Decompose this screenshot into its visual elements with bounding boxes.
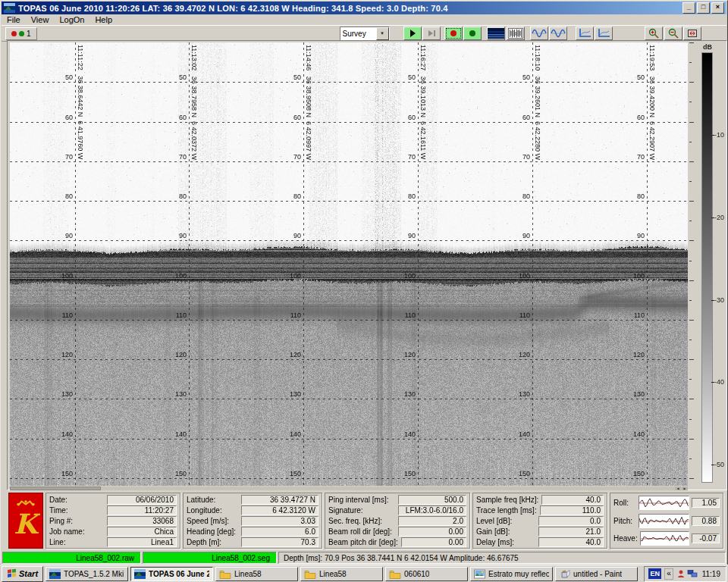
user-status-icon[interactable] (676, 569, 686, 578)
depth-tick-label: 80 (287, 192, 301, 200)
mode-select[interactable]: Survey ▼ (340, 27, 390, 41)
field-value: 21.0 (538, 527, 604, 537)
menu-logon[interactable]: LogOn (54, 15, 89, 24)
start-button[interactable]: Start (2, 566, 43, 582)
taskbar-task-060610[interactable]: 060610 (385, 567, 468, 581)
depth-tick-label: 120 (59, 351, 73, 358)
taskbar: Start TOPAS_1.5.2 MkiTOPAS 06 June 2...L… (0, 565, 728, 582)
depth-tick-label: 70 (173, 153, 187, 161)
depth-tick-label: 130 (631, 390, 645, 398)
menu-file[interactable]: File (2, 15, 26, 24)
trace-view-button[interactable] (507, 27, 525, 40)
folder-icon (219, 569, 231, 579)
record-button[interactable] (444, 27, 463, 40)
field-label: Ping interval [ms]: (328, 496, 398, 504)
depth-tick-label: 130 (516, 390, 530, 398)
depth-tick-label: 100 (287, 272, 301, 280)
taskbar-task-topas-1-5-2-mki[interactable]: TOPAS_1.5.2 Mki (46, 567, 128, 581)
depth-tick-label: 120 (287, 351, 301, 358)
field-label: Depth [m]: (187, 538, 241, 546)
topas-app-icon (49, 569, 61, 579)
depth-tick-label: 130 (173, 390, 187, 398)
depth-tick-label: 50 (287, 74, 301, 81)
chevron-down-icon[interactable]: ▼ (376, 27, 389, 40)
ping-time-gridline (647, 42, 648, 486)
depth-tick-label: 110 (516, 311, 530, 319)
task-label: 060610 (404, 570, 429, 578)
taskbar-task-linea58[interactable]: Linea58 (300, 567, 383, 581)
colorbar-tick-label: -20 (714, 214, 724, 221)
network-icon[interactable] (687, 569, 698, 578)
depth-tick-label: 90 (287, 232, 301, 239)
menu-help[interactable]: Help (89, 15, 118, 24)
echogram-view-button[interactable] (487, 27, 505, 40)
taskbar-task-untitled-paint[interactable]: untitled - Paint (555, 567, 638, 581)
play-icon (406, 29, 419, 38)
depth-tick-label: 100 (516, 272, 530, 280)
task-label: Estrato muy reflectivo ... (488, 570, 549, 578)
field-value: Linea1 (107, 537, 177, 547)
ping-annotation-label: 11:11:22 36 38.6442 N 6 41.9760 W (77, 45, 84, 159)
depth-tick-label: 90 (402, 232, 416, 239)
wave-single-button[interactable] (530, 27, 548, 40)
field-label: Beam pitch dir [deg]: (328, 538, 401, 546)
image-icon (474, 569, 485, 579)
depth-tick-label: 50 (173, 74, 187, 81)
close-button[interactable]: × (711, 2, 724, 14)
depth-gridline (10, 82, 688, 83)
field-value: 06/06/2010 (107, 495, 177, 505)
traces-icon (508, 28, 523, 39)
title-bar[interactable]: TOPAS 06 June 2010 11:20:26 LAT: 36 39.4… (2, 2, 726, 14)
zoom-in-button[interactable] (645, 27, 663, 40)
info-group-transmit: Ping interval [ms]:500.0Signature:LFM:3.… (325, 493, 470, 549)
maximize-button[interactable]: □ (697, 2, 710, 14)
play-button[interactable] (403, 27, 422, 40)
depth-tick-label: 130 (287, 390, 301, 398)
field-value: 36 39.4727 N (241, 495, 318, 505)
info-group-acquisition: Date:06/06/2010Time:11:20:27Ping #:33068… (46, 493, 180, 549)
marker-button[interactable] (463, 27, 482, 40)
depth-tick-label: 150 (59, 470, 73, 477)
taskbar-task-topas-06-june-2[interactable]: TOPAS 06 June 2... (130, 567, 213, 581)
depth-gridline (10, 280, 688, 281)
info-group-receive: Sample freq [kHz]:40.0Trace length [ms]:… (472, 493, 607, 549)
taskbar-task-estrato-muy-reflectivo[interactable]: Estrato muy reflectivo ... (470, 567, 553, 581)
step-button[interactable] (422, 27, 441, 40)
channel-tab[interactable]: 1 (5, 27, 37, 40)
depth-tick-label: 140 (402, 430, 416, 438)
echogram-view[interactable]: 5050505050506060606060607070707070708080… (10, 42, 688, 486)
depth-gridline (10, 439, 688, 440)
zoom-out-button[interactable] (664, 27, 682, 40)
system-tray: EN « 11:19 (644, 566, 726, 582)
position-readout: Depth [ms]: 70.9 Pos 36 38.7441 N 6 42.0… (278, 552, 726, 564)
taskbar-task-linea58[interactable]: Linea58 (215, 567, 298, 581)
field-value: Chica (107, 527, 177, 537)
field-label: Heading [deg]: (187, 527, 241, 536)
menu-view[interactable]: View (26, 15, 55, 24)
language-indicator[interactable]: EN (648, 568, 661, 579)
field-label: Speed [m/s]: (187, 517, 241, 525)
taskbar-clock: 11:19 (701, 570, 722, 578)
motion-waveform (639, 514, 689, 528)
window-title: TOPAS 06 June 2010 11:20:26 LAT: 36 39.4… (18, 4, 681, 13)
collapse-chevron-icon[interactable]: « (664, 568, 673, 580)
depth-tick-label: 70 (402, 153, 416, 161)
axes-icon (578, 28, 592, 39)
minimize-button[interactable]: _ (682, 2, 695, 14)
depth-tick-label: 150 (631, 470, 645, 477)
field-value: LFM:3.0-6.0/16.0 (398, 505, 466, 515)
field-value: 6 42.3120 W (241, 505, 318, 515)
field-value: 11:20:27 (107, 505, 177, 515)
depth-tick-label: 100 (59, 272, 73, 280)
depth-tick-label: 120 (516, 351, 530, 358)
graph-a-button[interactable] (576, 27, 594, 40)
field-label: Signature: (328, 506, 398, 515)
ping-time-gridline (303, 42, 304, 486)
zoom-extents-button[interactable] (683, 27, 701, 40)
depth-tick-strip (689, 42, 695, 486)
wave-dual-button[interactable] (549, 27, 567, 40)
graph-b-button[interactable] (595, 27, 613, 40)
depth-tick-label: 80 (173, 192, 187, 200)
task-label: TOPAS_1.5.2 Mki (64, 570, 124, 578)
field-value: 500.0 (398, 495, 466, 505)
